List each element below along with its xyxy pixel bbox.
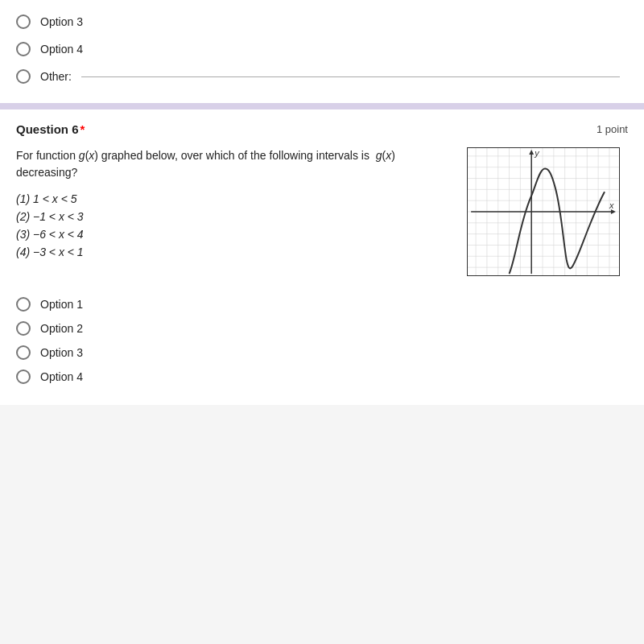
radio-circle-1[interactable] xyxy=(16,297,31,312)
numbered-option-2: (2) −1 < x < 3 xyxy=(16,210,451,223)
question-text-area: For function g(x) graphed below, over wh… xyxy=(16,147,451,276)
radio-circle-2[interactable] xyxy=(16,321,31,336)
answer-option-4-label: Option 4 xyxy=(40,370,83,383)
radio-circle[interactable] xyxy=(16,69,31,84)
question-header: Question 6* 1 point xyxy=(16,122,628,136)
radio-circle-4[interactable] xyxy=(16,369,31,384)
numbered-option-4: (4) −3 < x < 1 xyxy=(16,246,451,258)
answer-option-3-label: Option 3 xyxy=(40,346,83,359)
answer-option-2[interactable]: Option 2 xyxy=(16,316,628,341)
section-divider xyxy=(0,103,644,109)
question-title: Question 6* xyxy=(16,122,85,136)
answer-option-1[interactable]: Option 1 xyxy=(16,292,628,316)
svg-text:x: x xyxy=(609,200,614,210)
graph-area: y x xyxy=(467,147,628,276)
top-option-other[interactable]: Other: xyxy=(16,63,628,90)
bottom-section xyxy=(0,405,644,453)
answer-option-1-label: Option 1 xyxy=(40,298,83,311)
radio-circle-3[interactable] xyxy=(16,345,31,360)
question-text: For function g(x) graphed below, over wh… xyxy=(16,147,451,181)
question-points: 1 point xyxy=(597,123,628,135)
answer-option-3[interactable]: Option 3 xyxy=(16,341,628,365)
question-body: For function g(x) graphed below, over wh… xyxy=(16,147,628,276)
graph-container: y x xyxy=(467,147,620,276)
top-option-3[interactable]: Option 3 xyxy=(16,8,628,35)
top-option-4-label: Option 4 xyxy=(40,43,83,56)
answers-area: Option 1 Option 2 Option 3 Option 4 xyxy=(16,292,628,389)
question-6-section: Question 6* 1 point For function g(x) gr… xyxy=(0,109,644,405)
top-section: Option 3 Option 4 Other: xyxy=(0,0,644,103)
radio-circle[interactable] xyxy=(16,14,31,29)
numbered-option-3: (3) −6 < x < 4 xyxy=(16,228,451,241)
top-option-other-label: Other: xyxy=(40,70,72,83)
svg-marker-25 xyxy=(529,150,534,155)
answer-option-4[interactable]: Option 4 xyxy=(16,365,628,389)
top-option-4[interactable]: Option 4 xyxy=(16,35,628,63)
numbered-options-list: (1) 1 < x < 5 (2) −1 < x < 3 (3) −6 < x … xyxy=(16,192,451,258)
radio-circle[interactable] xyxy=(16,42,31,56)
answer-option-2-label: Option 2 xyxy=(40,322,83,335)
top-option-3-label: Option 3 xyxy=(40,15,83,28)
numbered-option-1: (1) 1 < x < 5 xyxy=(16,192,451,205)
function-graph: y x xyxy=(468,148,619,275)
required-asterisk: * xyxy=(80,122,85,136)
svg-text:y: y xyxy=(534,148,539,158)
